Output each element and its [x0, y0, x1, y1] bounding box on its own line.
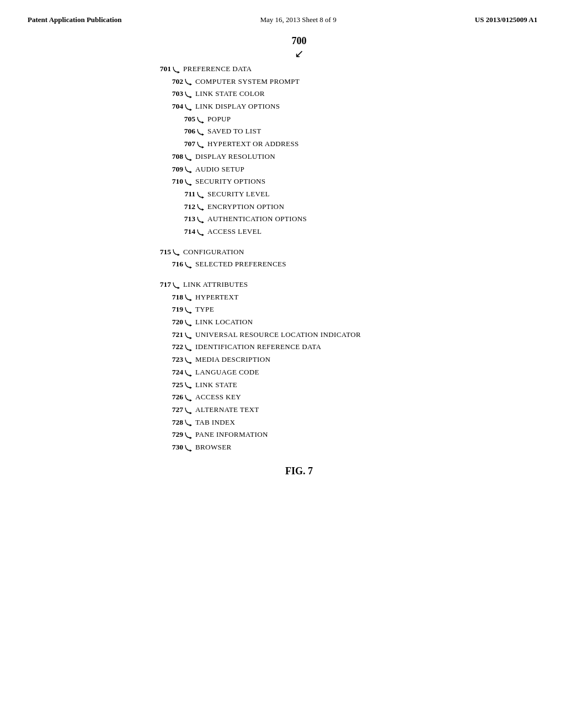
item-number: 713 — [174, 213, 195, 225]
item-number: 703 — [162, 88, 183, 100]
list-item: 729PANE INFORMATION — [150, 429, 470, 442]
list-item: 713AUTHENTICATION OPTIONS — [150, 213, 470, 226]
item-number: 728 — [162, 417, 183, 429]
svg-marker-25 — [190, 399, 192, 402]
svg-marker-2 — [190, 96, 192, 98]
header-left: Patent Application Publication — [28, 15, 121, 24]
svg-marker-27 — [190, 424, 192, 426]
list-item: 726ACCESS KEY — [150, 392, 470, 404]
item-label: CONFIGURATION — [183, 247, 244, 258]
branch-arrow-icon — [184, 330, 193, 342]
svg-marker-22 — [190, 362, 192, 364]
list-item: 716SELECTED PREFERENCES — [150, 259, 470, 271]
item-number: 705 — [174, 114, 195, 125]
list-item: 722IDENTIFICATION REFERENCE DATA — [150, 341, 470, 354]
item-number: 723 — [162, 354, 183, 366]
item-label: COMPUTER SYSTEM PROMPT — [195, 76, 300, 87]
branch-arrow-icon — [184, 380, 193, 392]
branch-arrow-icon — [184, 342, 193, 354]
branch-arrow-icon — [196, 126, 205, 138]
root-arrow: ↙ — [295, 48, 304, 59]
svg-marker-16 — [178, 287, 180, 289]
item-label: SELECTED PREFERENCES — [195, 259, 286, 270]
branch-arrow-icon — [184, 405, 193, 417]
list-item: 705POPUP — [150, 114, 470, 126]
item-number: 704 — [162, 101, 183, 113]
list-item: 717LINK ATTRIBUTES — [150, 279, 470, 292]
item-label: SECURITY LEVEL — [207, 189, 270, 200]
item-label: MEDIA DESCRIPTION — [195, 354, 270, 365]
item-number: 725 — [162, 379, 183, 391]
branch-arrow-icon — [172, 280, 181, 292]
branch-arrow-icon — [184, 152, 193, 164]
branch-arrow-icon — [184, 292, 193, 304]
list-item: 715CONFIGURATION — [150, 247, 470, 259]
branch-arrow-icon — [184, 164, 193, 176]
list-item: 730BROWSER — [150, 442, 470, 454]
item-number: 714 — [174, 226, 195, 238]
branch-arrow-icon — [196, 214, 205, 226]
svg-marker-15 — [190, 266, 192, 269]
item-label: TYPE — [195, 304, 214, 315]
item-label: LINK STATE — [195, 379, 237, 390]
svg-marker-7 — [190, 159, 192, 161]
svg-marker-8 — [190, 171, 192, 173]
svg-marker-19 — [190, 324, 192, 326]
svg-marker-18 — [190, 312, 192, 314]
svg-marker-21 — [190, 349, 192, 351]
list-item: 724LANGUAGE CODE — [150, 367, 470, 379]
spacer — [150, 239, 470, 247]
svg-marker-6 — [202, 146, 204, 148]
item-number: 708 — [162, 151, 183, 163]
svg-marker-1 — [190, 83, 192, 85]
root-node-label: 700 — [292, 35, 307, 47]
item-number: 722 — [162, 341, 183, 353]
svg-marker-26 — [190, 412, 192, 414]
item-label: DISPLAY RESOLUTION — [195, 151, 275, 162]
branch-arrow-icon — [172, 247, 181, 259]
list-item: 728TAB INDEX — [150, 417, 470, 430]
item-label: IDENTIFICATION REFERENCE DATA — [195, 341, 321, 352]
branch-arrow-icon — [196, 114, 205, 126]
list-item: 720LINK LOCATION — [150, 317, 470, 329]
svg-marker-4 — [202, 121, 204, 124]
item-label: ACCESS KEY — [195, 392, 241, 403]
item-label: TAB INDEX — [195, 417, 235, 428]
item-label: LINK DISPLAY OPTIONS — [195, 101, 280, 112]
header-right: US 2013/0125009 A1 — [475, 15, 537, 24]
page-header: Patent Application Publication May 16, 2… — [0, 0, 565, 24]
item-label: UNIVERSAL RESOURCE LOCATION INDICATOR — [195, 329, 361, 340]
branch-arrow-icon — [184, 176, 193, 189]
header-center: May 16, 2013 Sheet 8 of 9 — [260, 15, 336, 24]
figure-label: FIG. 7 — [285, 465, 313, 477]
diagram-area: 700 ↙ 701PREFERENCE DATA702COMPUTER SYST… — [0, 24, 565, 477]
svg-marker-20 — [190, 337, 192, 339]
item-number: 707 — [174, 138, 195, 150]
branch-arrow-icon — [172, 64, 181, 76]
item-number: 718 — [162, 292, 183, 303]
branch-arrow-icon — [184, 392, 193, 404]
svg-marker-9 — [190, 184, 192, 186]
list-item: 701PREFERENCE DATA — [150, 63, 470, 76]
item-label: SAVED TO LIST — [207, 126, 262, 137]
item-number: 721 — [162, 329, 183, 341]
item-label: LANGUAGE CODE — [195, 367, 259, 378]
svg-marker-11 — [202, 208, 204, 211]
branch-arrow-icon — [184, 259, 193, 271]
item-number: 709 — [162, 164, 183, 175]
item-label: AUTHENTICATION OPTIONS — [207, 213, 307, 224]
item-label: LINK LOCATION — [195, 317, 253, 328]
item-label: PREFERENCE DATA — [183, 63, 252, 74]
list-item: 704LINK DISPLAY OPTIONS — [150, 101, 470, 114]
item-label: POPUP — [207, 114, 231, 125]
svg-marker-23 — [190, 374, 192, 377]
list-item: 723MEDIA DESCRIPTION — [150, 354, 470, 367]
item-number: 724 — [162, 367, 183, 378]
list-item: 725LINK STATE — [150, 379, 470, 392]
branch-arrow-icon — [184, 430, 193, 442]
svg-marker-10 — [202, 196, 204, 199]
list-item: 709AUDIO SETUP — [150, 164, 470, 176]
item-label: LINK STATE COLOR — [195, 88, 265, 99]
item-label: SECURITY OPTIONS — [195, 176, 265, 187]
item-number: 730 — [162, 442, 183, 453]
